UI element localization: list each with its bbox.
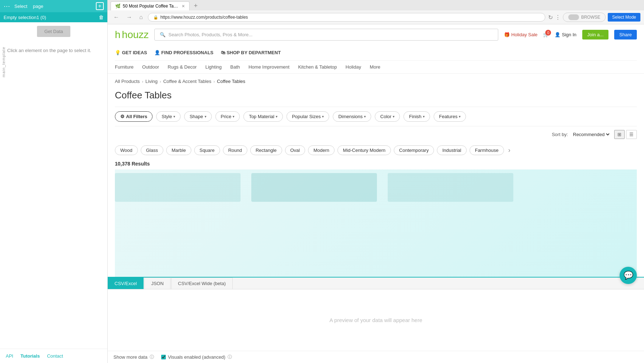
contact-link[interactable]: Contact	[47, 353, 63, 359]
show-more-info-icon[interactable]: ⓘ	[150, 354, 154, 360]
share-button[interactable]: Share	[614, 30, 637, 39]
browse-toggle-switch[interactable]	[568, 14, 579, 20]
tag-farmhouse[interactable]: Farmhouse	[470, 145, 504, 155]
filter-all-filters[interactable]: ⚙ All Filters	[115, 111, 153, 122]
tab-csv-excel[interactable]: CSV/Excel	[108, 278, 144, 289]
forward-button[interactable]: →	[124, 13, 134, 21]
nav-get-ideas[interactable]: 💡 GET IDEAS	[115, 48, 147, 57]
nav-find-professionals[interactable]: 👤 FIND PROFESSIONALS	[154, 48, 214, 57]
tag-contemporary[interactable]: Contemporary	[394, 145, 434, 155]
svg-rect-0	[115, 173, 241, 202]
houzz-search-bar[interactable]: 🔍 Search Photos, Products, Pros & More..…	[154, 29, 498, 41]
sign-in-text: Sign In	[562, 32, 576, 37]
finish-caret-icon: ▾	[423, 115, 425, 118]
ideas-icon: 💡	[115, 50, 121, 55]
new-tab-button[interactable]: +	[191, 1, 201, 10]
subnav-rugs[interactable]: Rugs & Decor	[168, 64, 197, 70]
holiday-sale-text: Holiday Sale	[511, 32, 537, 37]
browser-tab[interactable]: 🌿 50 Most Popular Coffee Tables f... ✕	[111, 1, 190, 10]
home-button[interactable]: ⌂	[137, 13, 145, 21]
get-data-button[interactable]: Get Data	[37, 26, 70, 37]
sort-select[interactable]: Recommended	[571, 131, 611, 138]
houzz-logo[interactable]: h houzz	[115, 29, 149, 41]
gift-icon: 🎁	[504, 32, 510, 37]
reload-button[interactable]: ↻	[548, 14, 553, 21]
click-hint-text: Click an element on the page to select i…	[0, 41, 107, 60]
tab-json[interactable]: JSON	[144, 278, 171, 289]
tutorials-link[interactable]: Tutorials	[20, 353, 40, 359]
visuals-info-icon[interactable]: ⓘ	[228, 354, 232, 360]
join-button[interactable]: Join a...	[582, 30, 609, 39]
filter-top-material[interactable]: Top Material ▾	[243, 111, 283, 122]
subnav-holiday[interactable]: Holiday	[346, 64, 361, 70]
breadcrumb-all-products[interactable]: All Products	[115, 79, 140, 84]
houzz-header: h houzz 🔍 Search Photos, Products, Pros …	[108, 24, 644, 74]
dots-icon[interactable]: ⋯	[4, 2, 10, 10]
sign-in-link[interactable]: 👤 Sign In	[555, 32, 576, 37]
subnav-outdoor[interactable]: Outdoor	[142, 64, 159, 70]
select-page-bar[interactable]: ⋯ Select page +	[0, 0, 107, 12]
filter-style-label: Style	[162, 114, 172, 119]
show-more-data-label[interactable]: Show more data ⓘ	[113, 354, 154, 360]
filter-dimensions[interactable]: Dimensions ▾	[333, 111, 371, 122]
subnav-bath[interactable]: Bath	[230, 64, 240, 70]
tag-square[interactable]: Square	[194, 145, 220, 155]
results-count: 10,378 Results	[115, 158, 637, 169]
filter-price[interactable]: Price ▾	[215, 111, 240, 122]
tag-mid-century[interactable]: Mid-Century Modern	[337, 145, 391, 155]
tag-wood[interactable]: Wood	[115, 145, 138, 155]
filter-price-label: Price	[221, 114, 232, 119]
tags-next-button[interactable]: ›	[507, 146, 512, 154]
search-placeholder: Search Photos, Products, Pros & More...	[168, 32, 252, 37]
tag-rectangle[interactable]: Rectangle	[250, 145, 282, 155]
api-link[interactable]: API	[6, 353, 13, 359]
breadcrumb-sep2: ›	[160, 79, 161, 84]
left-panel: ⋯ Select page + Empty selection1 (0) 🗑 G…	[0, 0, 108, 363]
visuals-enabled-checkbox[interactable]	[161, 355, 166, 359]
close-tab-icon[interactable]: ✕	[182, 4, 185, 9]
houzz-main-nav: 💡 GET IDEAS 👤 FIND PROFESSIONALS 🛍 SHOP …	[115, 45, 637, 60]
address-bar[interactable]: 🔒 https://www.houzz.com/products/coffee-…	[148, 13, 545, 22]
tag-marble[interactable]: Marble	[166, 145, 191, 155]
back-button[interactable]: ←	[111, 13, 121, 21]
subnav-kitchen-tabletop[interactable]: Kitchen & Tabletop	[298, 64, 337, 70]
tag-glass[interactable]: Glass	[141, 145, 163, 155]
tag-modern[interactable]: Modern	[308, 145, 335, 155]
holiday-sale-link[interactable]: 🎁 Holiday Sale	[504, 32, 537, 37]
visuals-enabled-label[interactable]: Visuals enabled (advanced) ⓘ	[161, 354, 232, 360]
filter-finish[interactable]: Finish ▾	[403, 111, 430, 122]
color-caret-icon: ▾	[393, 115, 395, 118]
filter-features[interactable]: Features ▾	[434, 111, 466, 122]
chat-bubble-button[interactable]: 💬	[620, 267, 637, 284]
breadcrumb-coffee-accent[interactable]: Coffee & Accent Tables	[163, 79, 211, 84]
tag-round[interactable]: Round	[223, 145, 247, 155]
filter-popular-sizes[interactable]: Popular Sizes ▾	[286, 111, 329, 122]
subnav-home-improvement[interactable]: Home Improvement	[248, 64, 289, 70]
list-view-button[interactable]: ☰	[626, 130, 637, 139]
top-material-caret-icon: ▾	[276, 115, 277, 118]
subnav-furniture[interactable]: Furniture	[115, 64, 134, 70]
tab-csv-wide[interactable]: CSV/Excel Wide (beta)	[171, 278, 233, 289]
filter-style[interactable]: Style ▾	[156, 111, 181, 122]
filter-shape[interactable]: Shape ▾	[184, 111, 212, 122]
add-selection-button[interactable]: +	[96, 2, 104, 10]
shape-caret-icon: ▾	[205, 115, 206, 118]
selection-row[interactable]: Empty selection1 (0) 🗑	[0, 12, 107, 22]
select-mode-button[interactable]: Select Mode	[608, 13, 640, 22]
tag-industrial[interactable]: Industrial	[437, 145, 467, 155]
more-actions-button[interactable]: ⋮	[555, 14, 561, 21]
subnav-more[interactable]: More	[370, 64, 381, 70]
product-area	[115, 169, 637, 277]
filter-dimensions-label: Dimensions	[338, 114, 363, 119]
delete-selection-icon[interactable]: 🗑	[99, 14, 104, 20]
cart-icon[interactable]: 🛒 0	[543, 32, 549, 37]
tag-oval[interactable]: Oval	[285, 145, 305, 155]
breadcrumb-living[interactable]: Living	[145, 79, 158, 84]
grid-view-button[interactable]: ⊞	[614, 130, 625, 139]
subnav-lighting[interactable]: Lighting	[205, 64, 222, 70]
filter-color[interactable]: Color ▾	[375, 111, 400, 122]
houzz-content: All Products › Living › Coffee & Accent …	[108, 74, 644, 277]
left-footer: API Tutorials Contact	[0, 349, 107, 363]
nav-shop-department[interactable]: 🛍 SHOP BY DEPARTMENT	[221, 48, 281, 57]
browse-toggle[interactable]: BROWSE	[563, 13, 606, 22]
